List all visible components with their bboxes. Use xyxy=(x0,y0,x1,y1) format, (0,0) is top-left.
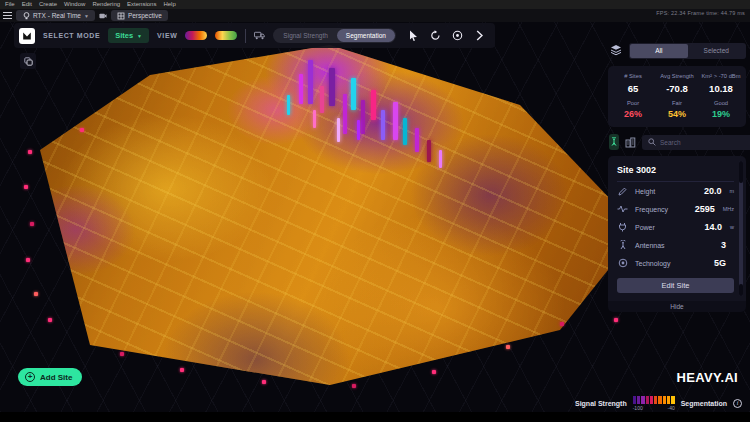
field-value: 3 xyxy=(721,240,726,250)
target-icon[interactable] xyxy=(452,30,463,41)
tab-perspective-label: Perspective xyxy=(128,12,162,19)
toggle-signal-strength[interactable]: Signal Strength xyxy=(274,29,336,42)
plug-icon xyxy=(617,222,628,232)
field-label: Technology xyxy=(635,260,707,267)
stat-rating: Good xyxy=(699,100,743,106)
legend-max-label: -40 xyxy=(667,405,674,411)
vehicle-icon[interactable] xyxy=(254,30,265,41)
edit-site-button[interactable]: Edit Site xyxy=(617,278,734,293)
panel-header: All Selected xyxy=(608,42,746,59)
main-toolbar: SELECT MODE Sites ▼ VIEW Signal Strength… xyxy=(14,23,495,48)
panel-scrollbar[interactable] xyxy=(739,161,743,296)
antenna-sites-button[interactable] xyxy=(609,134,619,150)
tab-rtx-real-time[interactable]: RTX - Real Time ▼ xyxy=(16,10,95,21)
scrollbar-thumb[interactable] xyxy=(739,284,743,296)
field-value: 5G xyxy=(714,258,726,268)
bottom-black-bar xyxy=(0,412,750,422)
field-label: Frequency xyxy=(635,206,688,213)
toolbar-divider xyxy=(245,29,246,43)
menu-item-extensions[interactable]: Extensions xyxy=(127,0,156,9)
camera-icon[interactable] xyxy=(99,12,107,20)
duplicate-view-button[interactable] xyxy=(20,53,36,69)
chevron-down-icon: ▼ xyxy=(137,33,142,39)
panel-tools-row xyxy=(608,134,746,150)
scope-all-button[interactable]: All xyxy=(630,44,688,58)
stat-label: Km² > -70 dBm xyxy=(699,73,743,79)
site-field-row-power: Power 14.0 w xyxy=(617,218,734,236)
hamburger-menu-icon[interactable] xyxy=(3,12,12,19)
mode-dropdown-value: Sites xyxy=(115,31,133,40)
stat-rating: Poor xyxy=(611,100,655,106)
antenna-icon xyxy=(617,240,628,250)
menu-item-file[interactable]: File xyxy=(5,0,15,9)
menu-item-create[interactable]: Create xyxy=(39,0,57,9)
view-label: VIEW xyxy=(157,32,177,39)
add-site-label: Add Site xyxy=(40,373,72,382)
plus-circle-icon: + xyxy=(25,372,35,382)
select-mode-label: SELECT MODE xyxy=(43,32,100,39)
menu-item-rendering[interactable]: Rendering xyxy=(92,0,120,9)
scrollbar-thumb[interactable] xyxy=(739,161,743,183)
rotate-icon[interactable] xyxy=(430,30,441,41)
stat-value: -70.8 xyxy=(655,83,699,94)
site-field-row-technology: Technology 5G xyxy=(617,254,734,272)
stats-card: # Sites 65 Poor 26% Avg Strength -70.8 F… xyxy=(608,66,746,127)
field-value: 14.0 xyxy=(704,222,722,232)
stat-pct: 26% xyxy=(611,109,655,119)
legend-min-label: -100 xyxy=(633,405,643,411)
buildings-icon[interactable] xyxy=(625,135,636,149)
cursor-select-icon[interactable] xyxy=(408,30,419,41)
stat-coverage-area: Km² > -70 dBm 10.18 Good 19% xyxy=(699,73,743,119)
info-icon[interactable]: i xyxy=(733,399,742,408)
layers-icon[interactable] xyxy=(610,42,622,60)
pencil-icon xyxy=(617,187,628,196)
field-unit: MHz xyxy=(723,206,734,212)
mode-dropdown[interactable]: Sites ▼ xyxy=(108,28,149,43)
menu-bar: File Edit Create Window Rendering Extens… xyxy=(0,0,750,9)
tab-rtx-label: RTX - Real Time xyxy=(33,12,81,19)
hide-panel-button[interactable]: Hide xyxy=(608,301,746,312)
menu-item-help[interactable]: Help xyxy=(163,0,175,9)
field-label: Antennas xyxy=(635,242,714,249)
search-box xyxy=(642,135,750,150)
disc-icon xyxy=(617,258,628,268)
toolbar-icon-group xyxy=(408,30,485,41)
menu-item-edit[interactable]: Edit xyxy=(22,0,32,9)
segmentation-gradient-swatch[interactable] xyxy=(215,31,237,40)
legend-signal-label: Signal Strength xyxy=(575,400,627,407)
site-field-row-frequency: Frequency 2595 MHz xyxy=(617,200,734,218)
stat-rating: Fair xyxy=(655,100,699,106)
viewport-tab-bar: RTX - Real Time ▼ Perspective FPS: 22.34… xyxy=(0,9,750,22)
viewport-3d-scene[interactable]: SELECT MODE Sites ▼ VIEW Signal Strength… xyxy=(0,22,750,412)
scope-selected-button[interactable]: Selected xyxy=(688,44,746,58)
stat-sites: # Sites 65 Poor 26% xyxy=(611,73,655,119)
toggle-segmentation[interactable]: Segmentation xyxy=(337,29,395,42)
lightbulb-icon xyxy=(22,12,30,20)
chevron-down-icon: ▼ xyxy=(84,13,89,19)
field-unit: m xyxy=(729,188,734,194)
perspective-grid-icon xyxy=(117,12,125,20)
tab-perspective[interactable]: Perspective xyxy=(111,10,168,21)
signal-gradient-swatch[interactable] xyxy=(185,31,207,40)
chevron-right-icon[interactable] xyxy=(474,30,485,41)
legend-colorbar-wrap: -100 -40 xyxy=(633,396,675,410)
field-label: Height xyxy=(635,188,697,195)
add-site-button[interactable]: + Add Site xyxy=(18,368,82,386)
field-label: Power xyxy=(635,224,697,231)
heavyai-logo[interactable] xyxy=(19,28,35,44)
stat-label: # Sites xyxy=(611,73,655,79)
heavyai-wordmark: HEAVY.AI xyxy=(677,370,738,385)
search-icon xyxy=(648,138,656,146)
search-input[interactable] xyxy=(660,139,748,146)
right-panel: All Selected # Sites 65 Poor 26% Avg Str… xyxy=(608,42,746,312)
layer-mode-toggle: Signal Strength Segmentation xyxy=(273,28,396,43)
stat-avg-strength: Avg Strength -70.8 Fair 54% xyxy=(655,73,699,119)
field-value: 20.0 xyxy=(704,186,722,196)
stat-value: 10.18 xyxy=(699,83,743,94)
menu-item-window[interactable]: Window xyxy=(64,0,85,9)
stat-pct: 54% xyxy=(655,109,699,119)
field-value: 2595 xyxy=(695,204,715,214)
stat-pct: 19% xyxy=(699,109,743,119)
site-title: Site 3002 xyxy=(617,162,734,182)
site-detail-card: Site 3002 Height 20.0 m Frequency 2595 M… xyxy=(608,156,746,301)
